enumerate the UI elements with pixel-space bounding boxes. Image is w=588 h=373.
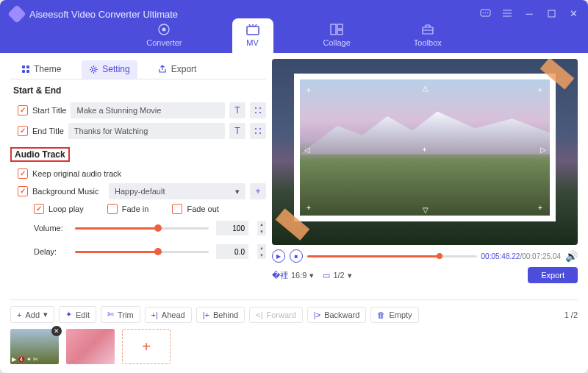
svg-point-6	[162, 28, 166, 32]
edit-icon[interactable]: ✦	[26, 356, 32, 363]
delay-row: Delay: 0.0 ▲ ▼	[34, 244, 266, 259]
crop-overlay: + △ + ◁ + ▷ + ▽ +	[309, 88, 541, 207]
end-title-checkbox[interactable]	[18, 126, 28, 136]
nav-collage[interactable]: Collage	[310, 18, 364, 53]
volume-icon[interactable]: 🔊	[565, 250, 578, 262]
loop-checkbox[interactable]	[34, 204, 44, 214]
volume-down-button[interactable]: ▼	[257, 228, 266, 235]
volume-spinner: ▲ ▼	[257, 221, 266, 235]
edit-button[interactable]: ✦Edit	[59, 306, 96, 323]
clip-pagination: 1 /2	[564, 310, 578, 319]
tab-export[interactable]: Export	[151, 60, 204, 79]
end-title-font-button[interactable]: T	[229, 123, 245, 139]
settings-tabs: Theme Setting Export	[10, 59, 266, 79]
main-nav: Converter MV Collage Toolbox	[0, 18, 588, 53]
bg-music-checkbox[interactable]	[18, 186, 28, 196]
delay-down-button[interactable]: ▼	[257, 252, 266, 259]
export-button[interactable]: Export	[528, 267, 578, 283]
volume-value[interactable]: 100	[216, 221, 248, 235]
stop-button[interactable]: ■	[290, 249, 303, 263]
svg-point-17	[255, 107, 257, 109]
aspect-value: 16:9	[291, 271, 306, 280]
svg-point-22	[259, 128, 261, 129]
timeline-panel: +Add▾ ✦Edit ✄Trim +|Ahead |+Behind <|For…	[0, 292, 588, 373]
tab-label: Theme	[34, 64, 61, 74]
svg-point-16	[93, 68, 96, 71]
volume-label: Volume:	[34, 224, 68, 232]
svg-point-23	[255, 132, 257, 134]
start-title-label: Start Title	[32, 106, 66, 115]
start-title-checkbox[interactable]	[18, 105, 28, 116]
end-title-input[interactable]	[68, 123, 225, 139]
nav-converter[interactable]: Converter	[133, 18, 195, 53]
section-start-end: Start & End	[13, 85, 266, 96]
nav-label: Collage	[323, 38, 351, 47]
delay-value[interactable]: 0.0	[216, 244, 248, 259]
svg-rect-14	[22, 70, 25, 73]
zoom-select[interactable]: ▭ 1/2 ▾	[323, 271, 351, 280]
theme-icon	[21, 65, 30, 74]
tab-setting[interactable]: Setting	[82, 60, 137, 79]
main-body: Theme Setting Export Start & End Start T…	[0, 53, 588, 292]
behind-button[interactable]: |+Behind	[196, 307, 245, 323]
clip-thumb-2[interactable]	[66, 329, 115, 364]
forward-button[interactable]: <|Forward	[249, 307, 303, 323]
chevron-down-icon: ▾	[309, 271, 314, 280]
fadeout-checkbox[interactable]	[172, 204, 182, 214]
nav-toolbox[interactable]: Toolbox	[401, 18, 455, 53]
add-music-button[interactable]: +	[250, 183, 266, 199]
delay-slider[interactable]	[75, 251, 209, 253]
svg-rect-12	[22, 65, 25, 68]
nav-mv[interactable]: MV	[232, 18, 273, 53]
mv-icon	[245, 23, 260, 36]
seek-slider[interactable]	[307, 255, 477, 257]
play-button[interactable]: ▶	[272, 249, 285, 263]
delay-spinner: ▲ ▼	[257, 244, 266, 259]
trim-button[interactable]: ✄Trim	[101, 306, 140, 323]
volume-row: Volume: 100 ▲ ▼	[34, 221, 266, 235]
clip-thumbnails: ✕ ▶ 🔇 ✦ ✄ +	[10, 329, 578, 364]
titlebar: Aiseesoft Video Converter Ultimate ─ ✕ C…	[0, 0, 588, 53]
ahead-icon: +|	[151, 310, 158, 319]
settings-panel: Theme Setting Export Start & End Start T…	[10, 59, 266, 292]
volume-up-button[interactable]: ▲	[257, 221, 266, 228]
tab-theme[interactable]: Theme	[13, 60, 68, 79]
play-icon[interactable]: ▶	[12, 356, 16, 363]
svg-rect-8	[331, 24, 336, 35]
aspect-select[interactable]: �裡 16:9 ▾	[272, 270, 314, 281]
svg-point-3	[487, 12, 488, 13]
end-title-more-button[interactable]	[250, 123, 266, 139]
bg-music-select[interactable]: Happy-default ▾	[109, 183, 245, 199]
add-button[interactable]: +Add▾	[10, 306, 54, 323]
start-title-font-button[interactable]: T	[229, 102, 245, 118]
svg-point-21	[255, 128, 257, 129]
chevron-down-icon: ▾	[235, 187, 240, 196]
fadein-label: Fade in	[122, 205, 149, 213]
mute-icon[interactable]: 🔇	[18, 356, 25, 363]
keep-audio-label: Keep original audio track	[32, 169, 121, 178]
clip-thumb-1[interactable]: ✕ ▶ 🔇 ✦ ✄	[10, 329, 59, 364]
video-preview[interactable]: + △ + ◁ + ▷ + ▽ +	[272, 59, 578, 245]
start-title-more-button[interactable]	[250, 102, 266, 118]
fadein-checkbox[interactable]	[107, 204, 118, 214]
empty-button[interactable]: 🗑Empty	[370, 307, 418, 323]
keep-audio-checkbox[interactable]	[18, 168, 28, 179]
start-title-input[interactable]	[71, 102, 225, 118]
trim-icon[interactable]: ✄	[33, 356, 38, 363]
preview-frame: + △ + ◁ + ▷ + ▽ +	[294, 74, 556, 221]
time-total: 00:07:25.04	[522, 252, 561, 260]
svg-point-19	[255, 112, 257, 113]
ahead-button[interactable]: +|Ahead	[145, 307, 192, 323]
start-title-row: Start Title T	[10, 102, 266, 118]
converter-icon	[157, 23, 171, 36]
fadeout-label: Fade out	[187, 205, 218, 213]
trash-icon: 🗑	[377, 310, 385, 319]
volume-slider[interactable]	[75, 227, 209, 230]
backward-button[interactable]: |>Backward	[307, 307, 367, 323]
tab-label: Export	[171, 64, 197, 74]
delay-up-button[interactable]: ▲	[257, 244, 266, 252]
remove-clip-icon[interactable]: ✕	[51, 326, 62, 336]
svg-point-24	[259, 132, 261, 134]
playback-options-row: Loop play Fade in Fade out	[10, 204, 266, 214]
add-clip-button[interactable]: +	[122, 329, 171, 364]
